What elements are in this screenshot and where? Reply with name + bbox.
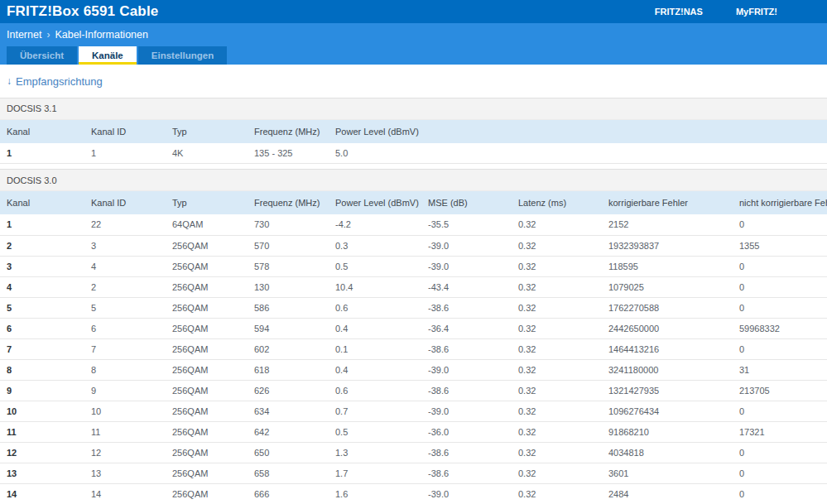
- table-row: 1111256QAM6420.5-36.00.329186821017321: [0, 421, 827, 442]
- table-cell: 1464413216: [602, 338, 733, 359]
- table-cell: 4: [84, 256, 166, 276]
- table-cell: 634: [248, 401, 329, 421]
- table-cell: 256QAM: [166, 256, 248, 276]
- table-cell: 0.32: [512, 463, 602, 483]
- tab-einstellungen[interactable]: Einstellungen: [138, 46, 227, 65]
- table-cell: 135 - 325: [248, 143, 329, 164]
- table-cell: 118595: [602, 256, 733, 276]
- breadcrumb-separator-icon: ›: [46, 29, 50, 41]
- table-cell: -39.0: [421, 359, 512, 380]
- table-cell: -36.0: [421, 421, 512, 442]
- table-cell: 4034818: [602, 442, 733, 463]
- docsis30-section-title: DOCSIS 3.0: [0, 169, 827, 191]
- table-cell: 1.7: [329, 463, 421, 483]
- table-cell: 3241180000: [602, 359, 733, 380]
- table-row: 77256QAM6020.1-38.60.3214644132160: [0, 338, 827, 359]
- table-cell: 59968332: [733, 318, 827, 338]
- table-cell: 130: [248, 276, 329, 297]
- table-cell: 11: [84, 421, 166, 442]
- table-cell: 3601: [602, 463, 733, 483]
- table-cell: 730: [248, 214, 329, 235]
- table-cell: 0.32: [512, 338, 602, 359]
- table-cell: 1: [0, 143, 84, 164]
- table-cell: 1096276434: [602, 401, 733, 421]
- table-cell: 626: [248, 380, 329, 401]
- app-title: FRITZ!Box 6591 Cable: [7, 3, 159, 20]
- table-cell: -38.6: [421, 338, 512, 359]
- table-cell: 256QAM: [166, 297, 248, 318]
- table-cell: 0: [733, 256, 827, 276]
- header-links: FRITZ!NAS MyFRITZ!: [655, 7, 827, 17]
- table-cell: 8: [0, 359, 84, 380]
- table-cell: 642: [248, 421, 329, 442]
- table-cell: 9: [84, 380, 166, 401]
- table-cell: -38.6: [421, 463, 512, 483]
- table-cell: 17321: [733, 421, 827, 442]
- table-cell: 256QAM: [166, 483, 248, 504]
- table-cell: 0.3: [329, 235, 421, 256]
- table-cell: 256QAM: [166, 380, 248, 401]
- table-cell: 1079025: [602, 276, 733, 297]
- table-row: 34256QAM5780.5-39.00.321185950: [0, 256, 827, 276]
- table-cell: -36.4: [421, 318, 512, 338]
- table-row: 23256QAM5700.3-39.00.3219323938371355: [0, 235, 827, 256]
- tab-bar: Übersicht Kanäle Einstellungen: [0, 46, 827, 65]
- table-cell: 0.5: [329, 421, 421, 442]
- myfritz-link[interactable]: MyFRITZ!: [736, 7, 777, 17]
- table-cell: 666: [248, 483, 329, 504]
- table-header-row: KanalKanal IDTypFrequenz (MHz)Power Leve…: [0, 120, 827, 143]
- table-row: 99256QAM6260.6-38.60.321321427935213705: [0, 380, 827, 401]
- table-cell: 256QAM: [166, 421, 248, 442]
- down-arrow-icon: ↓: [7, 75, 12, 87]
- table-cell: 13: [84, 463, 166, 483]
- table-cell: 12: [0, 442, 84, 463]
- table-cell: 3: [0, 256, 84, 276]
- column-header: Typ: [166, 191, 248, 214]
- empfangsrichtung-toggle[interactable]: ↓ Empfangsrichtung: [7, 75, 103, 88]
- table-cell: 5.0: [329, 143, 827, 164]
- table-row: 12264QAM730-4.2-35.50.3221520: [0, 214, 827, 235]
- table-cell: 256QAM: [166, 338, 248, 359]
- breadcrumb-internet[interactable]: Internet: [7, 29, 41, 41]
- table-cell: 0: [733, 442, 827, 463]
- table-cell: 256QAM: [166, 359, 248, 380]
- docsis31-table: KanalKanal IDTypFrequenz (MHz)Power Leve…: [0, 120, 827, 165]
- table-cell: 0.32: [512, 276, 602, 297]
- table-cell: 0.32: [512, 483, 602, 504]
- table-cell: 578: [248, 256, 329, 276]
- table-cell: 650: [248, 442, 329, 463]
- table-cell: 9: [0, 380, 84, 401]
- table-cell: 22: [84, 214, 166, 235]
- table-cell: 213705: [733, 380, 827, 401]
- table-cell: 256QAM: [166, 463, 248, 483]
- column-header: Kanal: [0, 120, 84, 143]
- table-cell: -39.0: [421, 483, 512, 504]
- breadcrumb: Internet › Kabel-Informationen: [0, 23, 827, 46]
- table-cell: 10: [0, 401, 84, 421]
- table-cell: -39.0: [421, 235, 512, 256]
- table-cell: 12: [84, 442, 166, 463]
- table-cell: 0.32: [512, 421, 602, 442]
- table-cell: 0: [733, 276, 827, 297]
- fritznas-link[interactable]: FRITZ!NAS: [655, 7, 703, 17]
- tab-uebersicht[interactable]: Übersicht: [7, 46, 77, 65]
- column-header: Power Level (dBmV): [329, 120, 827, 143]
- table-row: 66256QAM5940.4-36.40.3224426500005996833…: [0, 318, 827, 338]
- table-cell: 0.32: [512, 359, 602, 380]
- table-cell: 0.6: [329, 380, 421, 401]
- column-header: Kanal: [0, 191, 84, 214]
- table-cell: 256QAM: [166, 401, 248, 421]
- column-header: nicht korrigierbare Fehler: [733, 191, 827, 214]
- table-cell: 7: [84, 338, 166, 359]
- app-header: FRITZ!Box 6591 Cable FRITZ!NAS MyFRITZ!: [0, 0, 827, 23]
- table-cell: 0.32: [512, 256, 602, 276]
- table-cell: 0: [733, 463, 827, 483]
- tab-kanaele[interactable]: Kanäle: [79, 46, 137, 65]
- column-header: Power Level (dBmV): [329, 191, 421, 214]
- table-cell: 4: [0, 276, 84, 297]
- table-cell: 1355: [733, 235, 827, 256]
- table-cell: 256QAM: [166, 235, 248, 256]
- table-cell: 2: [84, 276, 166, 297]
- column-header: korrigierbare Fehler: [602, 191, 733, 214]
- table-cell: 10: [84, 401, 166, 421]
